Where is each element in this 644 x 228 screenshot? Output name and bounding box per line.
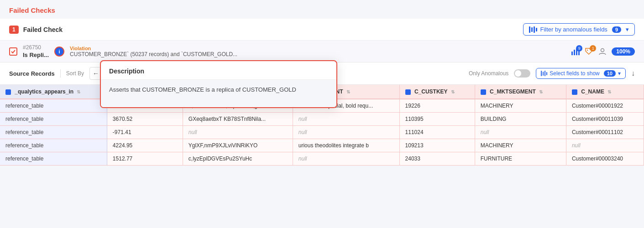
filter-anomalous-label: Filter by anomalous fields: [540, 26, 607, 33]
fields-count-badge: 10: [604, 70, 616, 77]
metrics-count-badge: 9: [576, 45, 582, 52]
tooltip-popup: Description Asserts that CUSTOMER_BRONZE…: [100, 60, 337, 108]
tooltip-title: Description: [101, 61, 336, 80]
col-header-name[interactable]: C_NAME ⇅: [566, 85, 644, 99]
table-cell: MACHINERY: [475, 99, 566, 113]
sort-icon-comment[interactable]: ⇅: [346, 89, 350, 94]
table-cell: c,lyzEplDGVEsPu2SYuHc: [183, 152, 293, 166]
tag-count-badge: 1: [590, 45, 596, 52]
violation-text: CUSTOMER_BRONZE` (50237 records) and `CU…: [70, 51, 565, 57]
table-cell: 3670.52: [107, 113, 183, 126]
tooltip-body: Asserts that CUSTOMER_BRONZE is a replic…: [101, 80, 336, 107]
table-cell: Customer#00003240: [566, 152, 644, 166]
check-name: Is Repli...: [23, 52, 49, 58]
source-records-label: Source Records: [9, 70, 55, 77]
col-icon-name: [572, 89, 577, 95]
select-fields-button[interactable]: Select fields to show 10 ▾: [536, 68, 626, 79]
table-body: reference_table4856.37V,CzVT9YsxtiG,VqOV…: [0, 99, 644, 166]
filter-count-badge: 9: [612, 26, 621, 33]
table-cell: YglXF,nmP9XJLviVlNRiKYO: [183, 139, 293, 152]
table-cell: null: [293, 126, 399, 139]
col-icon-custkey: [405, 89, 411, 95]
table-cell: Customer#00011102: [566, 126, 644, 139]
table-row: reference_table4224.95YglXF,nmP9XJLviVlN…: [0, 139, 644, 152]
svg-point-4: [587, 49, 588, 50]
check-checkbox[interactable]: [9, 47, 17, 56]
table-cell: 109213: [399, 139, 475, 152]
failed-check-label: Failed Check: [23, 26, 63, 33]
check-id: #26750: [23, 44, 49, 51]
table-cell: 111024: [399, 126, 475, 139]
sort-icon-name[interactable]: ⇅: [607, 89, 611, 94]
page-title: Failed Checks: [0, 0, 644, 19]
table-cell: null: [293, 113, 399, 126]
table-cell: 1512.77: [107, 152, 183, 166]
table-cell: 4224.95: [107, 139, 183, 152]
table-cell: 24033: [399, 152, 475, 166]
table-cell: Customer#00011039: [566, 113, 644, 126]
col-label-qualytics: _qualytics_appears_in: [15, 88, 73, 95]
info-icon-wrapper: i Description Asserts that CUSTOMER_BRON…: [54, 47, 64, 57]
sort-by-label: Sort By: [66, 70, 84, 77]
table-cell: null: [566, 139, 644, 152]
table-cell: FURNITURE: [475, 152, 566, 166]
col-header-qualytics[interactable]: _qualytics_appears_in ⇅: [0, 85, 107, 99]
sort-icon-qualytics[interactable]: ⇅: [77, 89, 80, 94]
col-icon-qualytics: [5, 89, 11, 95]
tag-icon-btn[interactable]: 1: [584, 47, 593, 56]
table-cell: Customer#00001922: [566, 99, 644, 113]
failed-check-bar: 1 Failed Check Filter by anomalous field…: [0, 19, 644, 41]
violation-label: Violation: [70, 46, 565, 51]
only-anomalous-label: Only Anomalous: [469, 70, 508, 77]
table-cell: GXeq8aetbxT KB78STnf8Nila...: [183, 113, 293, 126]
filter-anomalous-button[interactable]: Filter by anomalous fields 9 ▾: [523, 23, 635, 36]
table-cell: reference_table: [0, 126, 107, 139]
chevron-down-icon: ▾: [626, 26, 629, 33]
svg-rect-1: [574, 50, 575, 55]
table-cell: urious theodolites integrate b: [293, 139, 399, 152]
col-header-custkey[interactable]: C_CUSTKEY ⇅: [399, 85, 475, 99]
table-cell: MACHINERY: [475, 139, 566, 152]
check-row: #26750 Is Repli... i Description Asserts…: [0, 41, 644, 62]
svg-rect-0: [571, 52, 573, 55]
table-cell: null: [475, 126, 566, 139]
table-cell: -971.41: [107, 126, 183, 139]
svg-point-5: [601, 48, 604, 52]
sort-icon-mktsegment[interactable]: ⇅: [539, 89, 543, 94]
col-icon-mktsegment: [481, 89, 486, 95]
failed-count-badge: 1: [9, 26, 19, 34]
table-cell: BUILDING: [475, 113, 566, 126]
table-cell: reference_table: [0, 99, 107, 113]
sort-icon-custkey[interactable]: ⇅: [451, 89, 455, 94]
info-icon[interactable]: i: [54, 47, 64, 57]
columns-icon: [529, 26, 537, 33]
col-label-name: C_NAME: [581, 88, 604, 95]
metrics-icon-btn[interactable]: 9: [571, 47, 580, 56]
table-cell: reference_table: [0, 152, 107, 166]
table-row: reference_table-971.41nullnull111024null…: [0, 126, 644, 139]
select-fields-label: Select fields to show: [550, 70, 599, 77]
fields-chevron-icon: ▾: [618, 70, 621, 77]
col-header-mktsegment[interactable]: C_MKTSEGMENT ⇅: [475, 85, 566, 99]
table-row: reference_table1512.77c,lyzEplDGVEsPu2SY…: [0, 152, 644, 166]
progress-badge: 100%: [612, 47, 635, 56]
table-cell: null: [293, 152, 399, 166]
download-icon[interactable]: ↓: [631, 69, 635, 78]
fields-columns-icon: [541, 71, 547, 76]
table-cell: 19226: [399, 99, 475, 113]
table-cell: 110395: [399, 113, 475, 126]
col-label-custkey: C_CUSTKEY: [414, 88, 447, 95]
table-row: reference_table3670.52GXeq8aetbxT KB78ST…: [0, 113, 644, 126]
user-icon-btn[interactable]: [598, 47, 607, 56]
violation-column: Violation CUSTOMER_BRONZE` (50237 record…: [70, 46, 565, 57]
anomalous-toggle[interactable]: [514, 69, 530, 78]
col-label-mktsegment: C_MKTSEGMENT: [490, 88, 536, 95]
check-actions: 9 1 100%: [571, 47, 635, 56]
table-cell: reference_table: [0, 139, 107, 152]
table-cell: reference_table: [0, 113, 107, 126]
table-cell: null: [183, 126, 293, 139]
